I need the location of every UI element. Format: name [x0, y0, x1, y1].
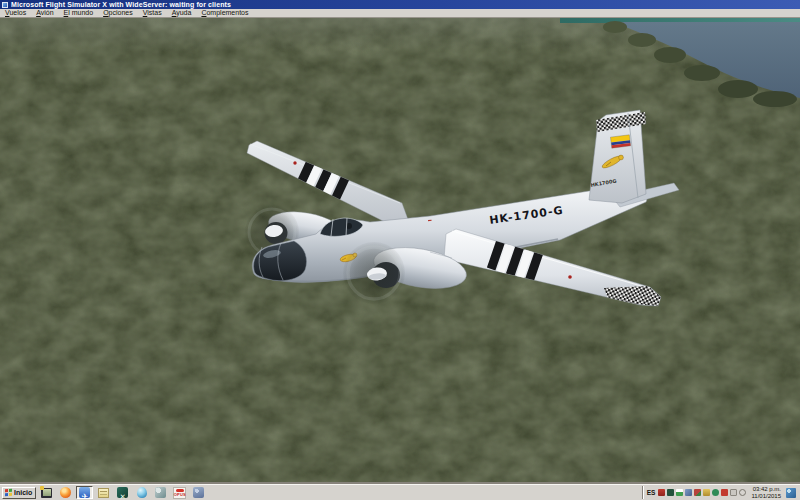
window-app-icon	[98, 488, 109, 498]
tray-icon-redbox[interactable]	[721, 489, 728, 496]
taskbar: Inicio OPUS ES	[0, 484, 800, 500]
title-bar: Microsoft Flight Simulator X with WideSe…	[0, 0, 800, 9]
tray-icon-red[interactable]	[658, 489, 665, 496]
taskbar-app-monitor[interactable]	[38, 486, 55, 499]
firefox-icon	[60, 487, 71, 498]
clock-date: 11/01/2015	[751, 493, 781, 500]
tray-icon-multicolor[interactable]	[694, 489, 701, 496]
teal-app-icon	[117, 487, 128, 498]
menu-ayuda[interactable]: Ayuda	[172, 9, 192, 17]
menu-bar: Vuelos Avión El mundo Opciones Vistas Ay…	[0, 9, 800, 18]
taskbar-app-gray[interactable]	[152, 486, 169, 499]
menu-el-mundo[interactable]: El mundo	[64, 9, 94, 17]
taskbar-app-opus[interactable]: OPUS	[171, 486, 188, 499]
taskbar-app-window[interactable]	[95, 486, 112, 499]
fsx-app-icon	[2, 2, 8, 8]
taskbar-app-blue[interactable]	[190, 486, 207, 499]
scene-viewport[interactable]: HK1700G HK-1700-G	[0, 18, 800, 484]
taskbar-app-firefox[interactable]	[57, 486, 74, 499]
starboard-red-roundel	[568, 275, 572, 279]
taskbar-app-waterdrop[interactable]	[133, 486, 150, 499]
gray-app-icon	[155, 487, 166, 498]
port-red-roundel	[293, 161, 296, 164]
monitor-icon	[41, 488, 52, 498]
tray-icon-green-circle[interactable]	[712, 489, 719, 496]
menu-avion[interactable]: Avión	[36, 9, 53, 17]
tray-icon-darkgreen[interactable]	[667, 489, 674, 496]
menu-complementos[interactable]: Complementos	[201, 9, 248, 17]
colombian-flag	[610, 135, 630, 148]
waterdrop-icon	[137, 487, 147, 498]
tray-icon-gray[interactable]	[730, 489, 737, 496]
blue-app-icon	[193, 487, 204, 498]
menu-vistas[interactable]: Vistas	[143, 9, 162, 17]
taskbar-app-teal[interactable]	[114, 486, 131, 499]
system-tray: ES 03:42 p.m. 11/01/2015	[642, 486, 798, 499]
tray-icon-greenwhite[interactable]	[676, 489, 683, 496]
taskbar-app-fsx[interactable]	[76, 486, 93, 499]
tray-icons	[658, 489, 746, 496]
language-indicator[interactable]: ES	[647, 489, 656, 496]
windows-logo-icon	[5, 489, 12, 497]
airplane-icon	[79, 487, 90, 498]
fsx-window: Microsoft Flight Simulator X with WideSe…	[0, 0, 800, 500]
menu-opciones[interactable]: Opciones	[103, 9, 133, 17]
start-label: Inicio	[14, 488, 32, 498]
opus-label: OPUS	[174, 492, 186, 497]
tray-icon-yellow[interactable]	[703, 489, 710, 496]
opus-icon: OPUS	[173, 487, 186, 499]
tail-fin: HK1700G	[589, 110, 646, 203]
menu-vuelos[interactable]: Vuelos	[5, 9, 26, 17]
tray-icon-volume[interactable]	[739, 489, 746, 496]
tray-icon-blue[interactable]	[685, 489, 692, 496]
scene-render: HK1700G HK-1700-G	[0, 18, 800, 484]
clock[interactable]: 03:42 p.m. 11/01/2015	[749, 486, 783, 499]
network-icon[interactable]	[786, 488, 796, 498]
window-title: Microsoft Flight Simulator X with WideSe…	[11, 0, 231, 9]
start-button[interactable]: Inicio	[2, 487, 36, 499]
